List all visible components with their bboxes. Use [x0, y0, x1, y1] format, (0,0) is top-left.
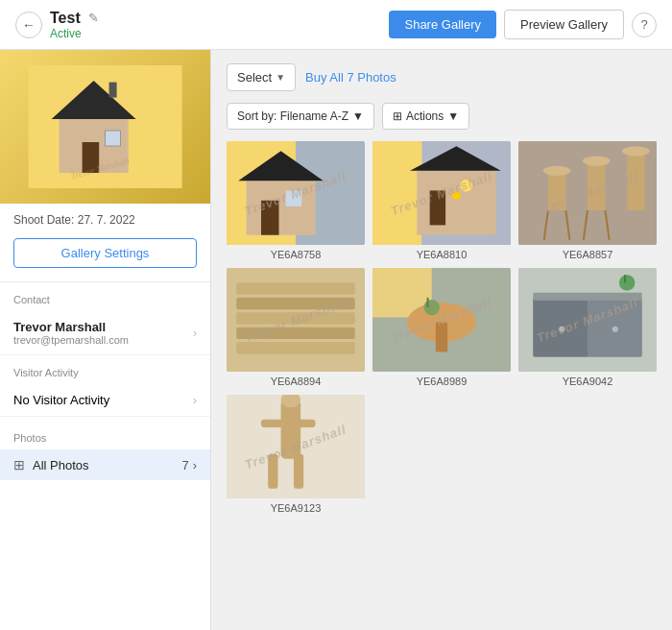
contact-email: trevor@tpemarshall.com [13, 334, 129, 346]
preview-gallery-button[interactable]: Preview Gallery [504, 10, 624, 39]
photo-thumbnail: Trevor Marshall [518, 268, 657, 372]
gallery-settings-button[interactable]: Gallery Settings [13, 238, 197, 268]
share-gallery-button[interactable]: Share Gallery [389, 11, 495, 38]
photo-item[interactable]: Trevor MarshallYE6A8989 [372, 268, 511, 387]
svg-rect-11 [261, 201, 279, 235]
photo-svg [227, 395, 365, 498]
photo-svg [518, 141, 657, 245]
photo-svg [227, 141, 365, 245]
gallery-info: Test ✎ Active [50, 10, 99, 40]
svg-rect-55 [261, 420, 316, 427]
main-layout: Trevor Marshall Shoot Date: 27. 7. 2022 … [0, 50, 672, 630]
select-label: Select [237, 70, 272, 85]
contact-name: Trevor Marshall [13, 320, 129, 334]
photo-thumbnail: Trevor Marshall [227, 268, 365, 372]
svg-rect-33 [236, 298, 354, 309]
svg-rect-12 [286, 190, 301, 206]
svg-point-50 [619, 275, 635, 290]
all-photos-label: All Photos [33, 458, 89, 472]
photo-thumbnail: Trevor Marshall [227, 395, 365, 498]
sidebar-hero: Trevor Marshall [0, 50, 210, 204]
photo-label: YE6A8894 [271, 376, 322, 387]
sidebar: Trevor Marshall Shoot Date: 27. 7. 2022 … [0, 50, 211, 630]
svg-rect-25 [588, 161, 606, 210]
svg-rect-56 [268, 454, 277, 489]
sort-dropdown-icon: ▼ [352, 109, 364, 123]
svg-point-30 [622, 146, 650, 156]
content-area: Select ▼ Buy All 7 Photos Sort by: Filen… [211, 50, 672, 630]
photo-label: YE6A9123 [271, 502, 322, 514]
svg-rect-53 [281, 400, 301, 459]
visitor-activity-item[interactable]: No Visitor Activity › [0, 384, 210, 417]
svg-rect-29 [627, 151, 645, 210]
photos-section: Photos ⊞ All Photos 7 › [0, 417, 210, 480]
help-button[interactable]: ? [632, 12, 657, 37]
svg-point-19 [452, 191, 460, 199]
contact-item[interactable]: Trevor Marshall trevor@tpemarshall.com › [0, 311, 210, 355]
contact-info: Trevor Marshall trevor@tpemarshall.com [13, 320, 129, 346]
actions-button[interactable]: ⊞ Actions ▼ [382, 103, 469, 130]
all-photos-left: ⊞ All Photos [13, 457, 89, 472]
sort-label: Sort by: Filename A-Z [237, 109, 348, 123]
visitor-activity-title: Visitor Activity [0, 355, 210, 384]
svg-rect-15 [417, 171, 495, 235]
photo-thumbnail: Trevor Marshall [372, 268, 511, 372]
photo-item[interactable]: Trevor MarshallYE6A9123 [227, 395, 365, 514]
back-icon: ← [22, 17, 36, 33]
svg-rect-4 [106, 131, 121, 146]
svg-point-26 [583, 156, 611, 165]
sort-button[interactable]: Sort by: Filename A-Z ▼ [227, 103, 374, 130]
photo-svg [518, 268, 657, 372]
all-photos-item[interactable]: ⊞ All Photos 7 › [0, 449, 210, 480]
photo-label: YE6A8758 [271, 249, 322, 260]
buy-all-link[interactable]: Buy All 7 Photos [305, 70, 396, 85]
photo-svg [227, 268, 365, 372]
photo-item[interactable]: Trevor MarshallYE6A9042 [518, 268, 657, 387]
photo-item[interactable]: Trevor MarshallYE6A8857 [518, 141, 657, 260]
shoot-date: Shoot Date: 27. 7. 2022 [0, 204, 210, 234]
svg-rect-32 [236, 282, 354, 294]
actions-grid-icon: ⊞ [393, 109, 402, 123]
photo-item[interactable]: Trevor MarshallYE6A8810 [372, 141, 511, 260]
select-button[interactable]: Select ▼ [227, 63, 296, 91]
photo-thumbnail: Trevor Marshall [227, 141, 365, 245]
svg-rect-21 [548, 171, 566, 210]
svg-rect-34 [236, 312, 354, 324]
svg-rect-57 [294, 454, 303, 489]
select-dropdown-icon: ▼ [276, 72, 285, 83]
svg-point-18 [461, 180, 472, 191]
photo-svg [372, 141, 511, 245]
photo-label: YE6A8989 [417, 376, 468, 387]
header-right: Share Gallery Preview Gallery ? [389, 10, 657, 39]
header-left: ← Test ✎ Active [15, 10, 99, 40]
svg-point-48 [612, 327, 618, 332]
photo-label: YE6A8857 [563, 249, 613, 260]
photos-count-value: 7 [181, 458, 188, 472]
svg-point-22 [543, 166, 571, 176]
svg-rect-49 [533, 293, 641, 301]
chevron-right-icon-3: › [193, 458, 197, 472]
photo-thumbnail: Trevor Marshall [518, 141, 657, 245]
svg-rect-51 [624, 275, 626, 282]
svg-rect-13 [372, 141, 421, 245]
photo-item[interactable]: Trevor MarshallYE6A8758 [227, 141, 365, 260]
svg-rect-36 [236, 342, 354, 353]
toolbar: Select ▼ Buy All 7 Photos [227, 63, 657, 91]
actions-label: Actions [406, 109, 444, 123]
visitor-activity-value: No Visitor Activity [13, 393, 109, 407]
back-button[interactable]: ← [15, 12, 42, 38]
svg-point-41 [423, 300, 439, 315]
status-badge: Active [50, 27, 99, 40]
svg-rect-42 [427, 298, 429, 307]
hero-image: Trevor Marshall [21, 65, 189, 188]
edit-icon[interactable]: ✎ [88, 11, 99, 25]
photos-icon: ⊞ [13, 457, 25, 472]
contact-section-title: Contact [0, 282, 210, 311]
svg-rect-17 [430, 190, 445, 225]
photos-section-title: Photos [0, 426, 210, 449]
photos-count: 7 › [181, 458, 197, 472]
photo-item[interactable]: Trevor MarshallYE6A8894 [227, 268, 365, 387]
header: ← Test ✎ Active Share Gallery Preview Ga… [0, 0, 672, 50]
chevron-right-icon-2: › [193, 393, 197, 407]
photo-label: YE6A8810 [417, 249, 468, 260]
